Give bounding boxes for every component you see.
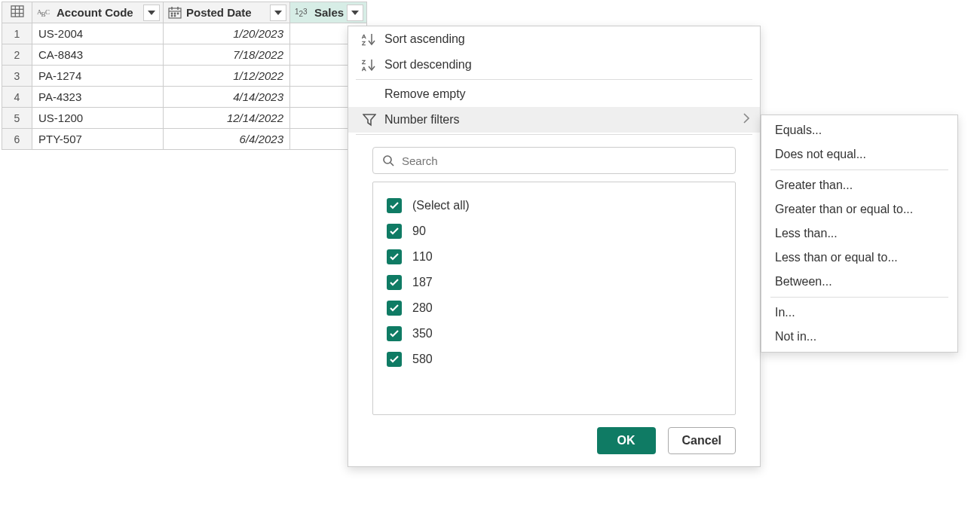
row-number: 6 bbox=[2, 129, 32, 150]
filter-between[interactable]: Between... bbox=[761, 270, 957, 294]
svg-text:Z: Z bbox=[362, 59, 366, 66]
svg-line-27 bbox=[390, 163, 394, 166]
row-number: 1 bbox=[2, 23, 32, 44]
menu-label: Sort ascending bbox=[384, 32, 465, 46]
filter-value-row[interactable]: 350 bbox=[387, 321, 721, 347]
column-label: Posted Date bbox=[186, 6, 270, 19]
value-label: 187 bbox=[412, 276, 433, 289]
table-row[interactable]: 6 PTY-507 6/4/2023 bbox=[2, 129, 367, 150]
svg-text:A: A bbox=[362, 33, 366, 40]
row-number: 3 bbox=[2, 66, 32, 87]
remove-empty-item[interactable]: Remove empty bbox=[348, 81, 760, 107]
table-icon bbox=[11, 5, 24, 17]
separator bbox=[770, 297, 948, 298]
filter-value-row[interactable]: 110 bbox=[387, 244, 721, 270]
svg-point-16 bbox=[174, 15, 176, 17]
filter-gte[interactable]: Greater than or equal to... bbox=[761, 197, 957, 221]
filter-value-row[interactable]: 580 bbox=[387, 347, 721, 372]
filter-in[interactable]: In... bbox=[761, 301, 957, 325]
sort-ascending-item[interactable]: A Z Sort ascending bbox=[348, 26, 760, 52]
row-number: 5 bbox=[2, 108, 32, 129]
cell-posted: 1/12/2022 bbox=[164, 66, 289, 85]
number-filters-item[interactable]: Number filters bbox=[348, 107, 760, 133]
menu-label: Sort descending bbox=[384, 58, 472, 72]
text-type-icon: A B C bbox=[37, 7, 52, 19]
search-box[interactable] bbox=[372, 147, 736, 174]
cell-account: PTY-507 bbox=[32, 130, 163, 148]
cell-posted: 7/18/2022 bbox=[164, 45, 289, 64]
row-number: 4 bbox=[2, 87, 32, 108]
svg-point-26 bbox=[384, 156, 391, 163]
column-label: Sales bbox=[314, 6, 347, 19]
checkbox-checked-icon[interactable] bbox=[387, 249, 402, 264]
sort-asc-icon: A Z bbox=[359, 32, 380, 46]
chevron-down-icon bbox=[351, 11, 359, 15]
table-row[interactable]: 5 US-1200 12/14/2022 bbox=[2, 108, 367, 129]
select-all-row[interactable]: (Select all) bbox=[387, 193, 721, 218]
value-label: 110 bbox=[412, 250, 433, 264]
value-label: 90 bbox=[412, 224, 426, 238]
cell-account: US-2004 bbox=[32, 24, 163, 43]
svg-text:C: C bbox=[45, 8, 50, 15]
filter-less-than[interactable]: Less than... bbox=[761, 221, 957, 246]
separator bbox=[356, 134, 752, 135]
ok-button[interactable]: OK bbox=[597, 427, 656, 454]
column-dropdown-button[interactable] bbox=[347, 5, 363, 21]
date-type-icon bbox=[168, 7, 182, 19]
filter-does-not-equal[interactable]: Does not equal... bbox=[761, 142, 957, 166]
search-icon bbox=[382, 154, 394, 166]
svg-point-13 bbox=[174, 13, 176, 14]
value-label: 580 bbox=[412, 353, 433, 366]
dialog-buttons: OK Cancel bbox=[348, 427, 760, 454]
table-row[interactable]: 4 PA-4323 4/14/2023 bbox=[2, 87, 367, 108]
filter-values-list: (Select all) 90 110 187 280 350 580 bbox=[372, 182, 736, 415]
filter-icon bbox=[359, 113, 380, 127]
checkbox-checked-icon[interactable] bbox=[387, 275, 402, 290]
svg-point-12 bbox=[171, 13, 173, 14]
separator bbox=[356, 79, 752, 80]
svg-rect-0 bbox=[11, 6, 23, 17]
table-row[interactable]: 2 CA-8843 7/18/2022 bbox=[2, 44, 367, 66]
column-header-account-code[interactable]: A B C Account Code bbox=[32, 2, 164, 23]
filter-value-row[interactable]: 90 bbox=[387, 218, 721, 244]
filter-not-in[interactable]: Not in... bbox=[761, 325, 957, 349]
menu-label: Remove empty bbox=[384, 87, 466, 101]
separator bbox=[770, 169, 948, 170]
svg-point-14 bbox=[177, 13, 179, 14]
value-label: 350 bbox=[412, 327, 433, 340]
value-label: 280 bbox=[412, 301, 433, 315]
table-row[interactable]: 1 US-2004 1/20/2023 bbox=[2, 23, 367, 44]
checkbox-checked-icon[interactable] bbox=[387, 301, 402, 316]
cell-posted: 6/4/2023 bbox=[164, 130, 289, 148]
filter-equals[interactable]: Equals... bbox=[761, 118, 957, 142]
checkbox-checked-icon[interactable] bbox=[387, 224, 402, 239]
search-input[interactable] bbox=[402, 154, 726, 167]
cell-account: US-1200 bbox=[32, 108, 163, 127]
sort-descending-item[interactable]: Z A Sort descending bbox=[348, 52, 760, 78]
filter-lte[interactable]: Less than or equal to... bbox=[761, 246, 957, 270]
cell-posted: 1/20/2023 bbox=[164, 24, 289, 43]
table-row[interactable]: 3 PA-1274 1/12/2022 bbox=[2, 66, 367, 87]
column-header-sales[interactable]: 1 2 3 Sales bbox=[290, 2, 367, 23]
cancel-button[interactable]: Cancel bbox=[668, 427, 736, 454]
table: A B C Account Code bbox=[2, 2, 367, 150]
checkbox-checked-icon[interactable] bbox=[387, 326, 402, 341]
row-number: 2 bbox=[2, 44, 32, 66]
svg-point-15 bbox=[171, 15, 173, 17]
select-all-header[interactable] bbox=[2, 2, 32, 23]
filter-value-row[interactable]: 280 bbox=[387, 295, 721, 321]
chevron-right-icon bbox=[743, 113, 749, 127]
data-grid: A B C Account Code bbox=[2, 2, 367, 150]
column-header-posted-date[interactable]: Posted Date bbox=[164, 2, 290, 23]
cell-account: PA-4323 bbox=[32, 87, 163, 106]
column-dropdown-button[interactable] bbox=[270, 5, 286, 21]
chevron-down-icon bbox=[274, 11, 282, 15]
column-dropdown-button[interactable] bbox=[143, 5, 160, 21]
filter-greater-than[interactable]: Greater than... bbox=[761, 173, 957, 197]
checkbox-checked-icon[interactable] bbox=[387, 352, 402, 367]
checkbox-checked-icon[interactable] bbox=[387, 198, 402, 213]
cell-posted: 4/14/2023 bbox=[164, 87, 289, 106]
sort-desc-icon: Z A bbox=[359, 58, 380, 72]
filter-value-row[interactable]: 187 bbox=[387, 270, 721, 295]
number-type-icon: 1 2 3 bbox=[295, 7, 310, 19]
